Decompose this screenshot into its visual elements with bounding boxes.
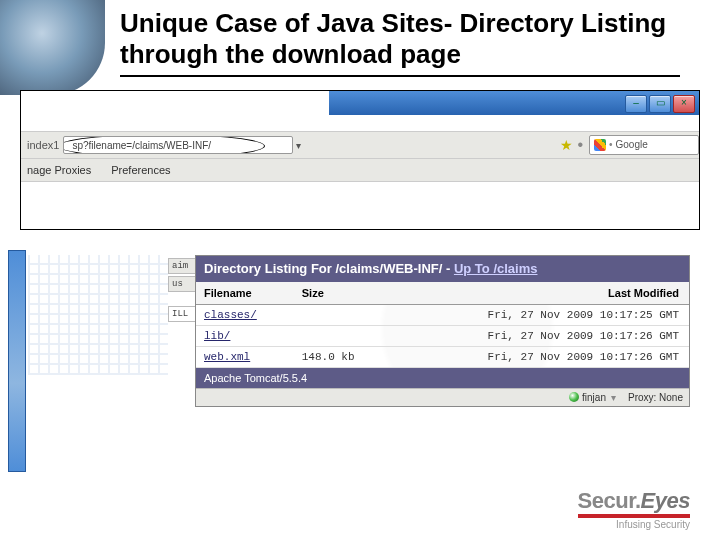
file-modified: Fri, 27 Nov 2009 10:17:26 GMT	[391, 325, 689, 346]
close-button[interactable]: ×	[673, 95, 695, 113]
file-size	[294, 304, 392, 325]
title-underline	[120, 75, 680, 77]
dir-heading-prefix: Directory Listing For /claims/WEB-INF/ -	[204, 261, 454, 276]
server-signature: Apache Tomcat/5.5.4	[196, 368, 689, 388]
address-bar-row: index1 sp?filename=/claims/WEB-INF/ ▾ ★ …	[21, 131, 699, 159]
url-text: sp?filename=/claims/WEB-INF/	[72, 140, 211, 151]
proxy-status: Proxy: None	[628, 392, 683, 403]
side-tabs: aim us ILL	[168, 258, 198, 324]
decoration-dots	[28, 255, 168, 375]
window-controls: – ▭ ×	[625, 95, 695, 113]
file-modified: Fri, 27 Nov 2009 10:17:26 GMT	[391, 346, 689, 367]
shield-icon	[569, 392, 579, 402]
brand-tagline: Infusing Security	[578, 520, 690, 530]
footer-logo: Secur.Eyes Infusing Security	[578, 490, 690, 530]
directory-table: Filename Size Last Modified classes/ Fri…	[196, 282, 689, 368]
finjan-indicator: finjan ▾	[569, 392, 616, 403]
file-link[interactable]: web.xml	[204, 351, 250, 363]
table-row: web.xml 148.0 kb Fri, 27 Nov 2009 10:17:…	[196, 346, 689, 367]
file-size	[294, 325, 392, 346]
browser-statusbar: finjan ▾ Proxy: None	[196, 388, 689, 406]
browser-window-top: – ▭ × index1 sp?filename=/claims/WEB-INF…	[20, 90, 700, 230]
file-size: 148.0 kb	[294, 346, 392, 367]
directory-heading: Directory Listing For /claims/WEB-INF/ -…	[196, 256, 689, 282]
chevron-down-icon[interactable]: ▾	[296, 140, 301, 151]
brand-secur: Secur.	[578, 488, 641, 513]
search-label: Google	[616, 136, 648, 154]
file-link[interactable]: lib/	[204, 330, 230, 342]
side-tab[interactable]: us	[168, 276, 198, 292]
directory-listing-panel: Directory Listing For /claims/WEB-INF/ -…	[195, 255, 690, 407]
side-tab[interactable]: aim	[168, 258, 198, 274]
brand-underline	[578, 514, 690, 518]
toolbar-proxies[interactable]: nage Proxies	[27, 164, 91, 176]
minimize-button[interactable]: –	[625, 95, 647, 113]
finjan-label: finjan	[582, 392, 606, 403]
globe-decoration	[0, 0, 105, 95]
toolbar-preferences[interactable]: Preferences	[111, 164, 170, 176]
table-row: lib/ Fri, 27 Nov 2009 10:17:26 GMT	[196, 325, 689, 346]
col-filename: Filename	[196, 282, 294, 305]
search-input[interactable]: • Google	[589, 135, 699, 155]
address-label: index1	[27, 139, 59, 151]
brand-eyes: Eyes	[641, 488, 690, 513]
google-icon	[594, 139, 606, 151]
table-row: classes/ Fri, 27 Nov 2009 10:17:25 GMT	[196, 304, 689, 325]
slide-title: Unique Case of Java Sites- Directory Lis…	[120, 8, 680, 70]
maximize-button[interactable]: ▭	[649, 95, 671, 113]
url-input[interactable]: sp?filename=/claims/WEB-INF/	[63, 136, 293, 154]
file-link[interactable]: classes/	[204, 309, 257, 321]
col-modified: Last Modified	[391, 282, 689, 305]
dir-up-link[interactable]: Up To /claims	[454, 261, 538, 276]
star-icon[interactable]: ★	[560, 137, 573, 153]
file-modified: Fri, 27 Nov 2009 10:17:25 GMT	[391, 304, 689, 325]
side-tab-active[interactable]: ILL	[168, 306, 198, 322]
col-size: Size	[294, 282, 392, 305]
decoration-stripe	[8, 250, 26, 472]
browser-toolbar: nage Proxies Preferences	[21, 159, 699, 182]
